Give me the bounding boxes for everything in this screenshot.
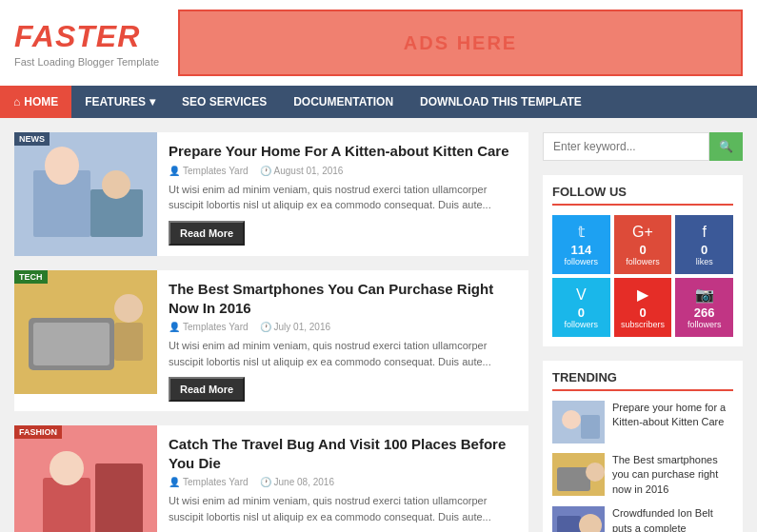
post-image <box>14 132 157 256</box>
youtube-icon: ▶ <box>637 286 648 304</box>
facebook-count: 0 <box>701 243 707 257</box>
read-more-button[interactable]: Read More <box>169 221 245 246</box>
nav-docs-label: DOCUMENTATION <box>293 95 393 108</box>
follow-us-title: FOLLOW US <box>552 185 733 206</box>
post-body: The Best Smartphones You Can Purchase Ri… <box>157 270 528 411</box>
vimeo-label: followers <box>565 320 599 329</box>
post-author: 👤 Templates Yard <box>169 166 249 176</box>
nav-home[interactable]: ⌂ HOME <box>0 86 71 118</box>
vimeo-icon: V <box>576 286 587 304</box>
post-image <box>14 425 157 532</box>
social-grid: 𝕥 114 followers G+ 0 followers f 0 likes… <box>552 215 733 337</box>
read-more-button[interactable]: Read More <box>169 377 245 402</box>
site-subtitle: Fast Loading Blogger Template <box>14 56 159 68</box>
post-meta: 👤 Templates Yard 🕐 July 01, 2016 <box>169 322 517 332</box>
trending-text: Crowdfunded Ion Belt puts a complete sma… <box>612 506 733 532</box>
youtube-label: subscribers <box>621 320 665 329</box>
post-excerpt: Ut wisi enim ad minim veniam, quis nostr… <box>169 338 517 369</box>
post-meta: 👤 Templates Yard 🕐 August 01, 2016 <box>169 166 517 176</box>
svg-rect-19 <box>581 415 600 439</box>
main-layout: NEWS Prepare Your Home For A Kitten-abou… <box>0 118 757 532</box>
post-meta: 👤 Templates Yard 🕐 June 08, 2016 <box>169 477 517 487</box>
post-card: FASHION Catch The Travel Bug And Visit 1… <box>14 425 528 532</box>
home-icon: ⌂ <box>13 95 20 108</box>
post-image <box>14 270 157 394</box>
vimeo-button[interactable]: V 0 followers <box>552 278 610 337</box>
twitter-count: 114 <box>570 243 591 257</box>
header: FASTER Fast Loading Blogger Template ADS… <box>0 0 757 86</box>
post-body: Prepare Your Home For A Kitten-about Kit… <box>157 132 528 256</box>
trending-item: Prepare your home for a Kitten-about Kit… <box>552 401 733 443</box>
post-author: 👤 Templates Yard <box>169 477 249 487</box>
trending-text: The Best smartphones you can purchase ri… <box>612 453 733 497</box>
trending-image <box>552 401 605 443</box>
trending-title: TRENDING <box>552 370 733 391</box>
nav-features-label: FEATURES <box>85 95 146 108</box>
post-title: Catch The Travel Bug And Visit 100 Place… <box>169 435 517 472</box>
post-thumbnail: TECH <box>14 270 157 394</box>
post-title: The Best Smartphones You Can Purchase Ri… <box>169 280 517 317</box>
svg-point-12 <box>50 451 84 485</box>
post-date: 🕐 June 08, 2016 <box>260 477 334 487</box>
trending-thumbnail <box>552 401 605 443</box>
twitter-button[interactable]: 𝕥 114 followers <box>552 215 610 274</box>
logo: FASTER Fast Loading Blogger Template <box>14 19 159 68</box>
trending-item: Crowdfunded Ion Belt puts a complete sma… <box>552 506 733 532</box>
svg-rect-8 <box>114 323 143 361</box>
youtube-count: 0 <box>639 305 646 320</box>
nav-seo-label: SEO SERVICES <box>182 95 267 108</box>
post-tag: TECH <box>14 270 48 284</box>
nav-features[interactable]: FEATURES ▾ <box>71 86 169 118</box>
post-excerpt: Ut wisi enim ad minim veniam, quis nostr… <box>169 182 517 213</box>
instagram-count: 266 <box>694 305 715 320</box>
search-input[interactable] <box>543 132 709 161</box>
svg-rect-24 <box>557 516 581 532</box>
googleplus-count: 0 <box>639 243 646 257</box>
instagram-label: followers <box>687 320 722 329</box>
youtube-button[interactable]: ▶ 0 subscribers <box>614 278 672 337</box>
svg-rect-21 <box>557 467 590 491</box>
post-card: NEWS Prepare Your Home For A Kitten-abou… <box>14 132 528 256</box>
trending-item: The Best smartphones you can purchase ri… <box>552 453 733 497</box>
svg-rect-7 <box>33 323 110 365</box>
follow-us-section: FOLLOW US 𝕥 114 followers G+ 0 followers… <box>543 175 743 346</box>
chevron-down-icon: ▾ <box>149 95 155 108</box>
post-excerpt: Ut wisi enim ad minim veniam, quis nostr… <box>169 493 517 524</box>
navigation: ⌂ HOME FEATURES ▾ SEO SERVICES DOCUMENTA… <box>0 86 757 118</box>
post-title: Prepare Your Home For A Kitten-about Kit… <box>169 142 517 161</box>
sidebar: 🔍 FOLLOW US 𝕥 114 followers G+ 0 followe… <box>543 132 743 532</box>
googleplus-label: followers <box>626 257 660 266</box>
facebook-label: likes <box>696 257 713 266</box>
nav-home-label: HOME <box>24 95 58 108</box>
post-card: TECH The Best Smartphones You Can Purcha… <box>14 270 528 411</box>
trending-text: Prepare your home for a Kitten-about Kit… <box>612 401 733 430</box>
svg-rect-13 <box>95 463 143 532</box>
svg-point-4 <box>102 170 130 199</box>
nav-download[interactable]: DOWNLOAD THIS TEMPLATE <box>407 86 595 118</box>
twitter-icon: 𝕥 <box>578 223 585 241</box>
trending-section: TRENDING Prepare your home for a Kitten-… <box>543 361 743 532</box>
site-title: FASTER <box>14 19 159 54</box>
search-button[interactable]: 🔍 <box>709 132 743 161</box>
search-bar: 🔍 <box>543 132 743 161</box>
instagram-button[interactable]: 📷 266 followers <box>675 278 733 337</box>
svg-point-22 <box>586 463 605 482</box>
svg-point-2 <box>45 147 79 185</box>
instagram-icon: 📷 <box>695 286 714 304</box>
post-date: 🕐 August 01, 2016 <box>260 166 344 176</box>
nav-docs[interactable]: DOCUMENTATION <box>280 86 407 118</box>
svg-rect-11 <box>43 478 90 532</box>
nav-seo[interactable]: SEO SERVICES <box>169 86 280 118</box>
facebook-button[interactable]: f 0 likes <box>675 215 733 274</box>
post-tag: FASHION <box>14 425 62 439</box>
trending-image <box>552 453 605 496</box>
trending-thumbnail <box>552 453 605 496</box>
vimeo-count: 0 <box>578 305 585 320</box>
nav-download-label: DOWNLOAD THIS TEMPLATE <box>420 95 582 108</box>
googleplus-button[interactable]: G+ 0 followers <box>614 215 672 274</box>
facebook-icon: f <box>702 224 706 241</box>
post-body: Catch The Travel Bug And Visit 100 Place… <box>157 425 528 532</box>
post-author: 👤 Templates Yard <box>169 322 249 332</box>
googleplus-icon: G+ <box>632 224 653 241</box>
ads-banner: ADS HERE <box>178 10 743 76</box>
